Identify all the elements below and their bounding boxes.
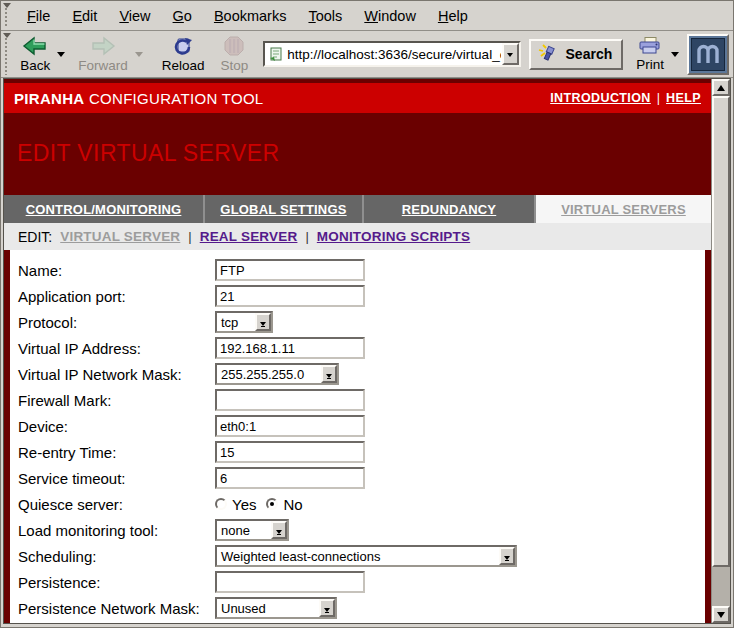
select-value: Weighted least-connections <box>217 547 499 565</box>
persistence-network-mask-select[interactable]: Unused <box>215 597 337 619</box>
tab-label: REDUNDANCY <box>402 202 496 217</box>
select-value: none <box>217 521 271 539</box>
reload-button[interactable]: Reload <box>157 35 210 73</box>
re-entry-time-input[interactable] <box>215 441 365 463</box>
vertical-scrollbar <box>711 79 730 623</box>
select-value: Unused <box>217 599 319 617</box>
dropdown-arrow-icon[interactable] <box>255 313 271 331</box>
tab-label: CONTROL/MONITORING <box>26 202 182 217</box>
quiesce-server-yes-radio[interactable]: Yes <box>215 496 256 513</box>
menu-bookmarks[interactable]: Bookmarks <box>203 7 298 25</box>
tab-global-settings[interactable]: GLOBAL SETTINGS <box>205 195 364 223</box>
bookmark-page-icon[interactable] <box>269 46 283 62</box>
tab-virtual-servers[interactable]: VIRTUAL SERVERS <box>536 195 711 223</box>
url-dropdown-button[interactable] <box>502 43 519 65</box>
radio-circle <box>215 498 227 510</box>
dropdown-arrow-icon[interactable] <box>271 521 287 539</box>
menu-bar: FileEditViewGoBookmarksToolsWindowHelp <box>1 1 733 31</box>
browser-window: { "browser": { "menubar": { "items": ["F… <box>0 0 734 628</box>
radio-circle <box>266 498 278 510</box>
print-button[interactable]: Print <box>631 36 669 72</box>
banner-link-help[interactable]: HELP <box>666 91 701 105</box>
subnav-link-monitoring-scripts[interactable]: MONITORING SCRIPTS <box>317 229 470 244</box>
subnav-prefix: EDIT: <box>18 229 52 245</box>
scroll-down-button[interactable] <box>712 606 730 623</box>
form-row: Service timeout: <box>18 465 705 491</box>
subnav-separator: | <box>188 229 191 244</box>
field-label: Firewall Mark: <box>18 392 215 409</box>
menu-help[interactable]: Help <box>427 7 479 25</box>
form-row: Application port: <box>18 283 705 309</box>
quiesce-server-no-radio[interactable]: No <box>266 496 302 513</box>
form-row: Persistence Network Mask:Unused <box>18 595 705 621</box>
banner-link-introduction[interactable]: INTRODUCTION <box>550 91 651 105</box>
form-row: Name: <box>18 257 705 283</box>
field-label: Virtual IP Network Mask: <box>18 366 215 383</box>
menu-tools[interactable]: Tools <box>297 7 353 25</box>
mozilla-logo[interactable] <box>687 34 729 75</box>
menu-file[interactable]: File <box>16 7 61 25</box>
form-row: Firewall Mark: <box>18 387 705 413</box>
field-label: Virtual IP Address: <box>18 340 215 357</box>
field-label: Application port: <box>18 288 215 305</box>
banner-separator: | <box>657 91 660 105</box>
name-input[interactable] <box>215 259 365 281</box>
field-label: Load monitoring tool: <box>18 522 215 539</box>
search-button[interactable]: Search <box>529 39 624 70</box>
scrollbar-thumb[interactable] <box>712 96 730 567</box>
tab-control-monitoring[interactable]: CONTROL/MONITORING <box>4 195 205 223</box>
print-dropdown-arrow[interactable] <box>671 52 679 61</box>
reload-icon <box>172 36 194 59</box>
menu-edit[interactable]: Edit <box>61 7 108 25</box>
form-row: Re-entry Time: <box>18 439 705 465</box>
dropdown-arrow-icon[interactable] <box>321 365 337 383</box>
scheduling-select[interactable]: Weighted least-connections <box>215 545 517 567</box>
dropdown-arrow-icon[interactable] <box>499 547 515 565</box>
form-row: Quiesce server:YesNo <box>18 491 705 517</box>
dropdown-arrow-icon[interactable] <box>319 599 335 617</box>
subnav-link-real-server[interactable]: REAL SERVER <box>200 229 298 244</box>
back-button[interactable]: Back <box>15 35 55 73</box>
virtual-ip-network-mask-select[interactable]: 255.255.255.0 <box>215 363 339 385</box>
tab-redundancy[interactable]: REDUNDANCY <box>364 195 536 223</box>
menu-go[interactable]: Go <box>162 7 203 25</box>
form-row: Protocol:tcp <box>18 309 705 335</box>
page-title: EDIT VIRTUAL SERVER <box>17 141 711 165</box>
persistence-input[interactable] <box>215 571 365 593</box>
load-monitoring-tool-select[interactable]: none <box>215 519 289 541</box>
firewall-mark-input[interactable] <box>215 389 365 411</box>
form-row: Device: <box>18 413 705 439</box>
forward-icon <box>90 36 116 59</box>
protocol-select[interactable]: tcp <box>215 311 273 333</box>
stop-button[interactable]: Stop <box>215 35 253 73</box>
back-icon <box>22 36 48 59</box>
application-port-input[interactable] <box>215 285 365 307</box>
field-label: Protocol: <box>18 314 215 331</box>
form-row: Virtual IP Network Mask:255.255.255.0 <box>18 361 705 387</box>
toolbar-grippy[interactable] <box>3 33 12 75</box>
browser-viewport: PIRANHA CONFIGURATION TOOL INTRODUCTION|… <box>3 78 731 624</box>
field-label: Service timeout: <box>18 470 215 487</box>
brand-name: PIRANHA <box>14 90 84 107</box>
menubar-grippy[interactable] <box>3 3 13 28</box>
form-row: Virtual IP Address: <box>18 335 705 361</box>
select-value: 255.255.255.0 <box>217 365 321 383</box>
service-timeout-input[interactable] <box>215 467 365 489</box>
radio-label: No <box>283 496 302 513</box>
url-input[interactable] <box>286 47 501 62</box>
scroll-up-button[interactable] <box>712 79 730 96</box>
tab-bar: CONTROL/MONITORINGGLOBAL SETTINGSREDUNDA… <box>4 195 711 223</box>
form-row: Persistence: <box>18 569 705 595</box>
virtual-server-form: Name:Application port:Protocol:tcpVirtua… <box>10 250 705 623</box>
scrollbar-track[interactable] <box>712 567 730 606</box>
menu-view[interactable]: View <box>108 7 161 25</box>
field-label: Persistence Network Mask: <box>18 600 215 617</box>
device-input[interactable] <box>215 415 365 437</box>
virtual-ip-address-input[interactable] <box>215 337 365 359</box>
field-label: Re-entry Time: <box>18 444 215 461</box>
forward-dropdown-arrow[interactable] <box>135 52 143 61</box>
menu-window[interactable]: Window <box>353 7 427 25</box>
forward-button[interactable]: Forward <box>73 35 133 73</box>
back-dropdown-arrow[interactable] <box>57 52 65 61</box>
printer-icon <box>637 37 663 58</box>
